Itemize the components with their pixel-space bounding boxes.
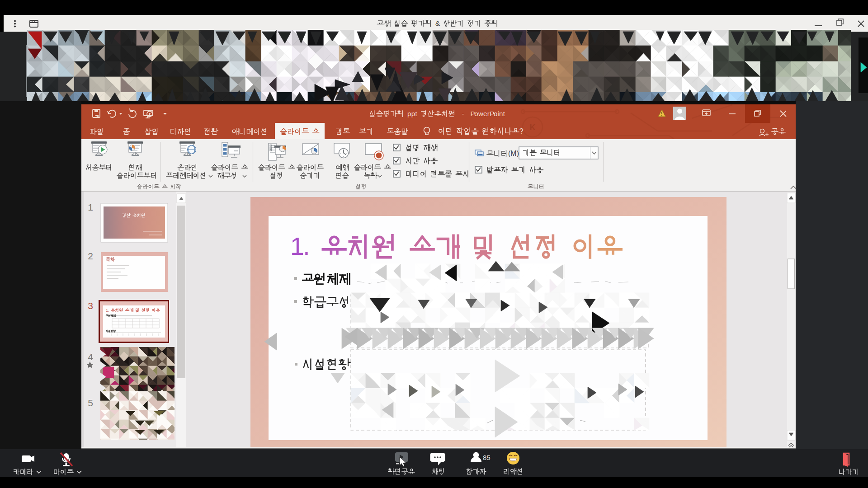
svg-text:4: 4 (88, 352, 93, 362)
svg-text:-: - (462, 110, 464, 117)
svg-text:e: e (483, 110, 487, 117)
svg-text:n: n (499, 110, 503, 117)
svg-text:3: 3 (88, 300, 93, 311)
svg-text:2: 2 (88, 251, 93, 261)
svg-text:K: K (530, 123, 536, 132)
svg-text:.: . (108, 308, 109, 313)
svg-text:5: 5 (88, 398, 93, 408)
svg-text:1: 1 (290, 232, 304, 260)
svg-text:&: & (435, 19, 440, 27)
svg-text:.: . (303, 232, 310, 260)
svg-text:M: M (510, 150, 516, 157)
svg-text:1: 1 (88, 202, 93, 212)
svg-text:p: p (407, 110, 411, 117)
svg-text:w: w (478, 110, 483, 117)
svg-text:o: o (474, 110, 478, 117)
svg-text:85: 85 (483, 454, 491, 461)
svg-text:p: p (411, 110, 415, 117)
svg-text:?: ? (519, 127, 524, 135)
svg-text:r: r (487, 110, 490, 117)
svg-text:o: o (494, 110, 497, 117)
